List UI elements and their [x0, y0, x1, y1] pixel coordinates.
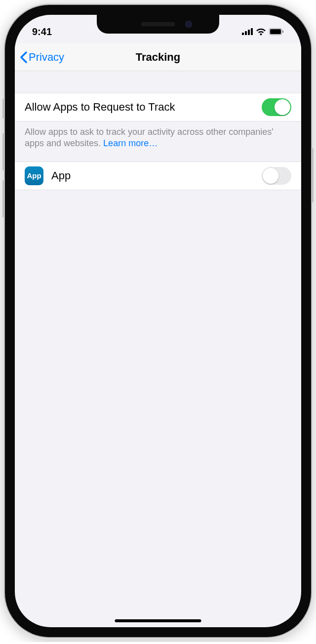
speaker-grille	[141, 22, 175, 26]
app-name-label: App	[51, 169, 262, 182]
allow-tracking-footer: Allow apps to ask to track your activity…	[15, 121, 301, 161]
app-icon: App	[25, 166, 43, 185]
app-tracking-cell: App App	[15, 161, 301, 190]
svg-rect-3	[251, 28, 253, 35]
screen: 9:41	[15, 15, 301, 627]
svg-rect-2	[248, 30, 250, 35]
svg-rect-6	[282, 31, 283, 33]
svg-rect-5	[270, 29, 281, 34]
front-camera	[185, 21, 192, 28]
notch	[97, 15, 219, 34]
svg-rect-1	[245, 31, 247, 35]
power-button	[311, 148, 314, 202]
home-indicator[interactable]	[115, 619, 201, 622]
app-tracking-switch[interactable]	[262, 167, 291, 185]
svg-rect-0	[242, 33, 244, 35]
wifi-icon	[256, 28, 266, 36]
status-time: 9:41	[32, 26, 52, 38]
device-frame: 9:41	[5, 5, 311, 637]
allow-tracking-switch[interactable]	[262, 98, 291, 116]
back-label: Privacy	[29, 51, 64, 64]
allow-tracking-label: Allow Apps to Request to Track	[25, 101, 262, 114]
status-indicators	[242, 28, 284, 36]
volume-down-button	[2, 180, 5, 217]
learn-more-link[interactable]: Learn more…	[103, 138, 158, 148]
allow-tracking-cell: Allow Apps to Request to Track	[15, 93, 301, 121]
nav-bar: Privacy Tracking	[15, 43, 301, 71]
battery-icon	[269, 28, 284, 35]
volume-up-button	[2, 133, 5, 170]
chevron-left-icon	[20, 51, 28, 63]
content-area: Allow Apps to Request to Track Allow app…	[15, 71, 301, 190]
back-button[interactable]: Privacy	[20, 51, 64, 64]
cellular-icon	[242, 28, 253, 35]
silent-switch	[2, 99, 5, 119]
